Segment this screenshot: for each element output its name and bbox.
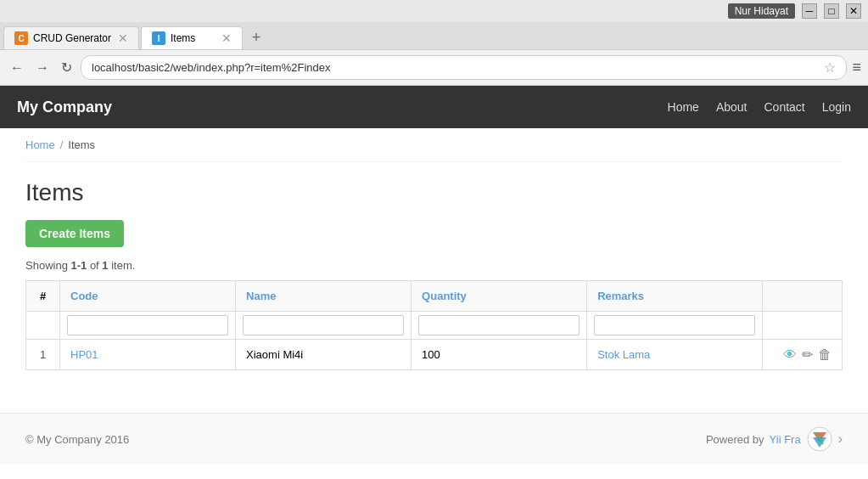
yii-logo: [806, 425, 833, 453]
close-button[interactable]: ✕: [846, 3, 861, 19]
col-header-num: #: [26, 281, 60, 312]
table-row: 1 HP01 Xiaomi Mi4i 100 Stok Lama 👁 ✏ 🗑: [26, 340, 843, 370]
row-quantity: 100: [412, 340, 587, 370]
delete-icon[interactable]: 🗑: [818, 347, 832, 363]
row-actions: 👁 ✏ 🗑: [763, 340, 843, 370]
bookmark-icon[interactable]: ☆: [824, 59, 836, 76]
browser-menu-button[interactable]: ≡: [852, 59, 861, 76]
yii-link[interactable]: Yii Fra: [770, 433, 801, 446]
showing-range: 1-1: [70, 259, 87, 272]
edit-icon[interactable]: ✏: [802, 347, 813, 363]
items-table: # Code Name Quantity Remarks 1 HP01 Xiao…: [25, 280, 843, 370]
main-content: Home / Items Items Create Items Showing …: [0, 128, 868, 396]
action-icons: 👁 ✏ 🗑: [773, 347, 832, 363]
col-sort-remarks[interactable]: Remarks: [597, 290, 644, 302]
browser-addressbar: ← → ↻ localhost/basic2/web/index.php?r=i…: [0, 49, 868, 85]
row-code: HP01: [60, 340, 236, 370]
scroll-right-icon[interactable]: ›: [838, 431, 843, 447]
navbar-brand: My Company: [17, 99, 112, 116]
powered-by-text: Powered by: [706, 433, 764, 446]
nav-about[interactable]: About: [716, 100, 748, 114]
col-header-name: Name: [236, 281, 412, 312]
filter-name-cell: [236, 312, 412, 340]
showing-of: of: [87, 259, 102, 272]
breadcrumb-current: Items: [68, 138, 95, 151]
nav-login[interactable]: Login: [822, 100, 851, 114]
browser-user: Nur Hidayat: [728, 3, 795, 19]
breadcrumb: Home / Items: [25, 128, 843, 162]
filter-name-input[interactable]: [243, 315, 404, 335]
filter-remarks-input[interactable]: [594, 315, 755, 335]
col-sort-quantity[interactable]: Quantity: [422, 290, 467, 302]
browser-titlebar: Nur Hidayat ─ □ ✕: [0, 0, 868, 22]
row-code-link[interactable]: HP01: [70, 348, 98, 361]
col-header-quantity: Quantity: [412, 281, 587, 312]
minimize-button[interactable]: ─: [802, 3, 817, 19]
nav-home[interactable]: Home: [668, 100, 699, 114]
items-tab-close[interactable]: ✕: [215, 31, 232, 45]
page-title: Items: [25, 179, 843, 206]
browser-tab-crud[interactable]: C CRUD Generator ✕: [3, 26, 139, 49]
row-num: 1: [26, 340, 60, 370]
view-icon[interactable]: 👁: [783, 347, 797, 363]
address-bar[interactable]: localhost/basic2/web/index.php?r=item%2F…: [81, 55, 847, 80]
refresh-button[interactable]: ↻: [58, 58, 76, 77]
breadcrumb-separator: /: [60, 138, 64, 151]
col-header-remarks: Remarks: [587, 281, 763, 312]
crud-tab-close[interactable]: ✕: [111, 31, 128, 45]
address-text: localhost/basic2/web/index.php?r=item%2F…: [92, 61, 820, 74]
filter-remarks-cell: [587, 312, 763, 340]
footer-copyright: © My Company 2016: [25, 433, 129, 446]
browser-chrome: Nur Hidayat ─ □ ✕ C CRUD Generator ✕ I I…: [0, 0, 868, 86]
navbar-links: Home About Contact Login: [668, 100, 851, 114]
maximize-button[interactable]: □: [824, 3, 839, 19]
forward-button[interactable]: →: [32, 59, 53, 77]
browser-controls: ─ □ ✕: [802, 3, 861, 19]
filter-actions-cell: [763, 312, 843, 340]
navbar: My Company Home About Contact Login: [0, 86, 868, 128]
crud-tab-label: CRUD Generator: [33, 32, 111, 44]
filter-quantity-input[interactable]: [418, 315, 580, 335]
crud-tab-icon: C: [14, 31, 28, 45]
nav-contact[interactable]: Contact: [764, 100, 804, 114]
create-items-button[interactable]: Create Items: [25, 220, 124, 247]
items-tab-label: Items: [171, 32, 195, 44]
browser-tab-items[interactable]: I Items ✕: [141, 26, 243, 49]
footer: © My Company 2016 Powered by Yii Fra ›: [0, 413, 868, 465]
row-remarks: Stok Lama: [587, 340, 763, 370]
showing-prefix: Showing: [25, 259, 70, 272]
filter-row: [26, 312, 843, 340]
col-header-code: Code: [60, 281, 236, 312]
col-header-actions: [763, 281, 843, 312]
showing-count: 1: [102, 259, 108, 272]
items-tab-icon: I: [152, 31, 165, 45]
filter-code-input[interactable]: [67, 315, 228, 335]
showing-suffix: item.: [109, 259, 136, 272]
row-name: Xiaomi Mi4i: [236, 340, 412, 370]
filter-num: [26, 312, 60, 340]
filter-quantity-cell: [412, 312, 587, 340]
footer-right: Powered by Yii Fra ›: [706, 425, 843, 453]
col-sort-code[interactable]: Code: [70, 290, 98, 302]
filter-code-cell: [60, 312, 236, 340]
new-tab-button[interactable]: +: [244, 25, 268, 49]
browser-tabs: C CRUD Generator ✕ I Items ✕ +: [0, 22, 868, 49]
back-button[interactable]: ←: [7, 59, 27, 77]
col-sort-name[interactable]: Name: [246, 290, 276, 302]
breadcrumb-home[interactable]: Home: [25, 138, 55, 151]
showing-text: Showing 1-1 of 1 item.: [25, 259, 843, 272]
